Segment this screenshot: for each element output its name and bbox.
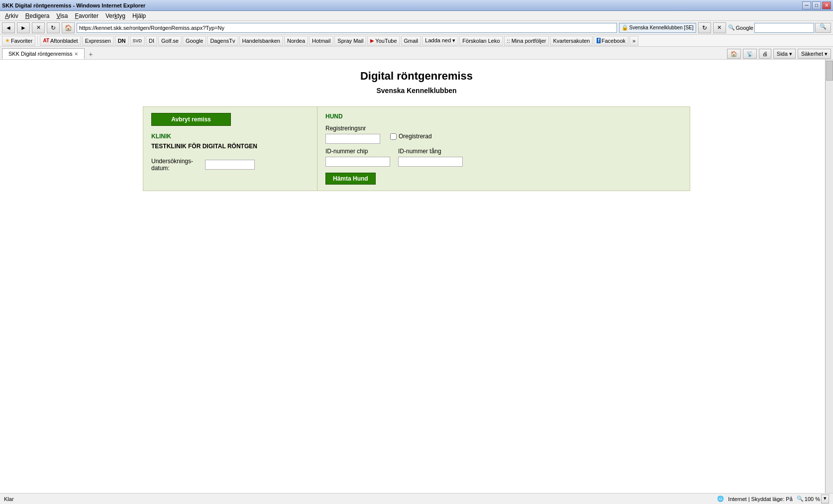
tab-label: SKK Digital röntgenremiss bbox=[8, 51, 72, 57]
search-go-button[interactable]: 🔍 bbox=[815, 23, 831, 33]
page-content: Digital röntgenremiss Svenska Kennelklub… bbox=[0, 60, 833, 493]
fav-hotmail[interactable]: Hotmail bbox=[309, 36, 333, 46]
fav-aftonbladet[interactable]: AT Aftonbladet bbox=[40, 36, 81, 46]
refresh-button[interactable]: ↻ bbox=[47, 22, 60, 33]
page-subtitle: Svenska Kennelklubben bbox=[10, 87, 823, 95]
fav-kvartersakuten[interactable]: Kvartersakuten bbox=[550, 36, 593, 46]
id-chip-col: ID-nummer chip bbox=[325, 148, 390, 167]
fav-more[interactable]: » bbox=[629, 36, 638, 46]
active-tab[interactable]: SKK Digital röntgenremiss ✕ bbox=[2, 48, 85, 59]
lock-indicator: 🔒 Svenska Kennelklubben [SE] bbox=[619, 23, 696, 33]
fav-dagenstv[interactable]: DagensTv bbox=[207, 36, 238, 46]
menu-favoriter[interactable]: Favoriter bbox=[72, 11, 102, 20]
search-input[interactable] bbox=[754, 23, 814, 33]
window-title: SKK Digital röntgenremiss - Windows Inte… bbox=[2, 2, 145, 8]
menu-arkiv[interactable]: Arkiv bbox=[2, 11, 21, 20]
maximize-button[interactable]: □ bbox=[812, 1, 821, 9]
oregistrerad-row: Oregistrerad bbox=[390, 133, 432, 140]
form-container: Avbryt remiss KLINIK TESTKLINIK FÖR DIGI… bbox=[143, 106, 690, 191]
registreringsnr-input[interactable] bbox=[325, 134, 380, 144]
datum-input[interactable] bbox=[205, 160, 255, 170]
fav-mina-portfoljer[interactable]: :: Mina portföljer bbox=[504, 36, 549, 46]
minimize-button[interactable]: ─ bbox=[802, 1, 811, 9]
fav-google[interactable]: Google bbox=[183, 36, 206, 46]
youtube-icon: ▶ bbox=[370, 38, 374, 43]
safety-btn[interactable]: Säkerhet ▾ bbox=[798, 49, 831, 59]
fav-spraymail[interactable]: Spray Mail bbox=[334, 36, 366, 46]
window-controls: ─ □ ✕ bbox=[802, 1, 831, 9]
search-engine-label: Google bbox=[736, 25, 753, 31]
close-button[interactable]: ✕ bbox=[822, 1, 831, 9]
registrering-row: Registreringsnr Oregistrerad bbox=[325, 125, 682, 144]
aftonbladet-icon: AT bbox=[43, 38, 49, 43]
chip-row: ID-nummer chip ID-nummer tång bbox=[325, 148, 682, 167]
klinik-section-label: KLINIK bbox=[151, 133, 309, 140]
fav-forskolan[interactable]: Förskolan Leko bbox=[459, 36, 503, 46]
fav-ladda-ned[interactable]: Ladda ned ▾ bbox=[422, 36, 458, 46]
title-bar: SKK Digital röntgenremiss - Windows Inte… bbox=[0, 0, 833, 11]
fav-golf[interactable]: Golf.se bbox=[158, 36, 182, 46]
fav-handelsbanken[interactable]: Handelsbanken bbox=[239, 36, 283, 46]
page-btn[interactable]: Sida ▾ bbox=[773, 49, 796, 59]
scroll-track[interactable] bbox=[825, 60, 833, 493]
lock-icon: 🔒 bbox=[622, 24, 628, 31]
home-button[interactable]: 🏠 bbox=[62, 22, 75, 33]
new-tab-button[interactable]: + bbox=[86, 49, 96, 59]
lock-label: Svenska Kennelklubben [SE] bbox=[629, 25, 694, 30]
right-panel: HUND Registreringsnr Oregistrerad ID-num… bbox=[317, 107, 690, 191]
hamta-hund-button[interactable]: Hämta Hund bbox=[325, 173, 376, 185]
menu-bar: Arkiv Redigera Visa Favoriter Verktyg Hj… bbox=[0, 11, 833, 21]
page-title: Digital röntgenremiss bbox=[10, 70, 823, 83]
favorites-bar: ★ Favoriter AT Aftonbladet Expressen DN … bbox=[0, 35, 833, 47]
fav-youtube[interactable]: ▶ YouTube bbox=[367, 36, 400, 46]
registreringsnr-col: Registreringsnr bbox=[325, 125, 380, 144]
registreringsnr-label: Registreringsnr bbox=[325, 125, 380, 132]
address-bar: ◄ ► ✕ ↻ 🏠 🔒 Svenska Kennelklubben [SE] ↻… bbox=[0, 21, 833, 35]
hund-section-label: HUND bbox=[325, 113, 682, 120]
page-toolbar: 🏠 📡 🖨 Sida ▾ Säkerhet ▾ bbox=[727, 49, 831, 59]
menu-verktyg[interactable]: Verktyg bbox=[103, 11, 128, 20]
fav-expressen[interactable]: Expressen bbox=[82, 36, 114, 46]
print-tool-btn[interactable]: 🖨 bbox=[759, 49, 771, 59]
left-panel: Avbryt remiss KLINIK TESTKLINIK FÖR DIGI… bbox=[143, 107, 317, 191]
menu-redigera[interactable]: Redigera bbox=[22, 11, 53, 20]
oregistrerad-checkbox[interactable] bbox=[390, 133, 397, 140]
facebook-icon: f bbox=[597, 38, 600, 43]
home-tool-btn[interactable]: 🏠 bbox=[727, 49, 741, 59]
id-chip-label: ID-nummer chip bbox=[325, 148, 390, 155]
search-group: 🔍 Google 🔍 bbox=[728, 23, 831, 33]
search-engine-icon: 🔍 bbox=[728, 24, 735, 31]
avbryt-remiss-button[interactable]: Avbryt remiss bbox=[151, 113, 231, 126]
fav-main-label: Favoriter bbox=[11, 38, 32, 44]
id-tang-input[interactable] bbox=[398, 157, 463, 167]
tab-close-button[interactable]: ✕ bbox=[74, 51, 78, 57]
undersoknings-datum-row: Undersöknings- datum: bbox=[151, 158, 309, 172]
fav-main-button[interactable]: ★ Favoriter bbox=[2, 36, 35, 46]
oregistrerad-label: Oregistrerad bbox=[399, 133, 432, 140]
menu-visa[interactable]: Visa bbox=[53, 11, 71, 20]
undersoknings-label: Undersöknings- datum: bbox=[151, 158, 201, 172]
fav-facebook[interactable]: f Facebook bbox=[594, 36, 628, 46]
stop-button[interactable]: ✕ bbox=[32, 22, 45, 33]
star-icon: ★ bbox=[5, 37, 10, 44]
id-tang-col: ID-nummer tång bbox=[398, 148, 463, 167]
stop-btn2[interactable]: ✕ bbox=[713, 22, 726, 33]
forward-button[interactable]: ► bbox=[17, 22, 30, 33]
address-input[interactable] bbox=[77, 23, 617, 33]
fav-nordea[interactable]: Nordea bbox=[284, 36, 308, 46]
scroll-thumb[interactable] bbox=[826, 61, 833, 81]
fav-separator bbox=[37, 36, 38, 45]
menu-hjälp[interactable]: Hjälp bbox=[129, 11, 149, 20]
fav-dn[interactable]: DN bbox=[115, 36, 129, 46]
fav-di[interactable]: DI bbox=[146, 36, 157, 46]
tabs-area: SKK Digital röntgenremiss ✕ + 🏠 📡 🖨 Sida… bbox=[0, 47, 833, 60]
clinic-name: TESTKLINIK FÖR DIGITAL RÖNTGEN bbox=[151, 143, 309, 150]
rss-tool-btn[interactable]: 📡 bbox=[743, 49, 757, 59]
refresh-btn2[interactable]: ↻ bbox=[698, 22, 711, 33]
fav-svd[interactable]: SVD bbox=[130, 36, 145, 46]
id-chip-input[interactable] bbox=[325, 157, 390, 167]
back-button[interactable]: ◄ bbox=[2, 22, 15, 33]
fav-gmail[interactable]: Gmail bbox=[401, 36, 421, 46]
id-tang-label: ID-nummer tång bbox=[398, 148, 463, 155]
